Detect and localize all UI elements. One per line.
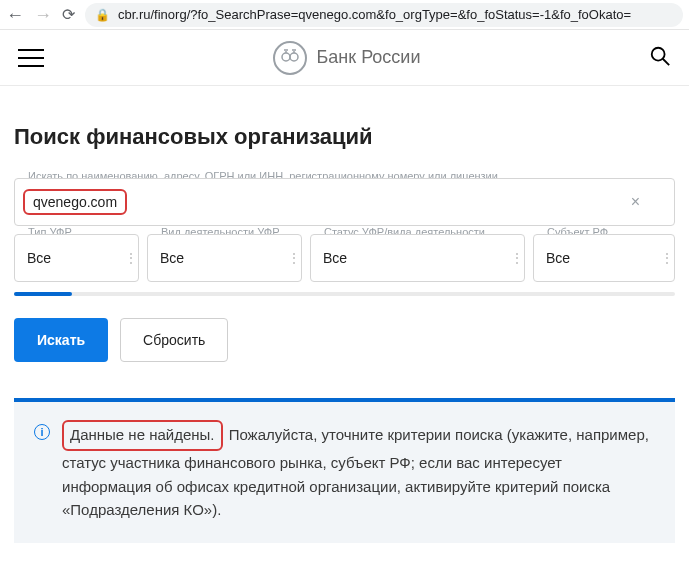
filter-status: Статус УФР/вида деятельности Все: [310, 234, 525, 282]
svg-point-1: [290, 53, 298, 61]
filter-region: Субъект РФ Все: [533, 234, 675, 282]
filter-status-select[interactable]: Все: [310, 234, 525, 282]
clear-search-button[interactable]: ×: [631, 193, 640, 211]
browser-toolbar: ← → ⟳ 🔒 cbr.ru/finorg/?fo_SearchPrase=qv…: [0, 0, 689, 30]
svg-point-0: [282, 53, 290, 61]
brand-text: Банк России: [317, 47, 421, 68]
page-title: Поиск финансовых организаций: [14, 124, 675, 150]
bank-of-russia-logo-icon: [273, 41, 307, 75]
button-row: Искать Сбросить: [14, 318, 675, 362]
search-value-highlight: qvenego.com: [23, 189, 127, 215]
hamburger-menu-button[interactable]: [18, 49, 44, 67]
svg-point-2: [652, 47, 665, 60]
filter-activity-select[interactable]: Все: [147, 234, 302, 282]
info-icon: i: [34, 424, 50, 440]
address-bar[interactable]: 🔒 cbr.ru/finorg/?fo_SearchPrase=qvenego.…: [85, 3, 683, 27]
filter-type: Тип УФР Все: [14, 234, 139, 282]
result-notice: i Данные не найдены. Пожалуйста, уточнит…: [14, 398, 675, 543]
back-button[interactable]: ←: [6, 6, 24, 24]
filter-activity: Вид деятельности УФР Все: [147, 234, 302, 282]
reset-button[interactable]: Сбросить: [120, 318, 228, 362]
brand[interactable]: Банк России: [273, 41, 421, 75]
search-field: Искать по наименованию, адресу, ОГРН или…: [14, 178, 675, 226]
filter-type-select[interactable]: Все: [14, 234, 139, 282]
svg-line-3: [663, 58, 669, 64]
site-search-button[interactable]: [649, 45, 671, 71]
site-header: Банк России: [0, 30, 689, 86]
filters-row: Тип УФР Все Вид деятельности УФР Все Ста…: [14, 234, 675, 282]
filter-region-select[interactable]: Все: [533, 234, 675, 282]
lock-icon: 🔒: [95, 8, 110, 22]
filter-scroll-indicator[interactable]: [14, 292, 675, 296]
result-text: Данные не найдены. Пожалуйста, уточните …: [62, 420, 655, 521]
page-content: Поиск финансовых организаций Искать по н…: [0, 86, 689, 543]
not-found-highlight: Данные не найдены.: [62, 420, 223, 451]
url-text: cbr.ru/finorg/?fo_SearchPrase=qvenego.co…: [118, 7, 631, 22]
forward-button[interactable]: →: [34, 6, 52, 24]
reload-button[interactable]: ⟳: [62, 5, 75, 24]
search-button[interactable]: Искать: [14, 318, 108, 362]
search-input[interactable]: qvenego.com ×: [14, 178, 675, 226]
scroll-thumb[interactable]: [14, 292, 72, 296]
